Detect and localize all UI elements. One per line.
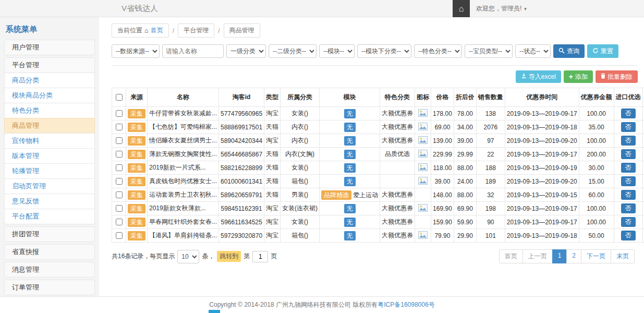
page-btn-prev[interactable]: 上一页 [523, 249, 553, 263]
filter-select-6[interactable]: --特色分类-- [414, 44, 462, 58]
source-badge: 采集 [128, 177, 145, 186]
page-btn-page-2[interactable]: 2 [566, 249, 581, 263]
imported-toggle[interactable]: 否 [621, 163, 636, 173]
reset-button[interactable]: 重置 [587, 44, 618, 58]
product-image-icon [418, 111, 428, 118]
module-cell: 无 [320, 134, 380, 148]
add-button[interactable]: + 添加 [564, 70, 593, 83]
breadcrumb-item-platform[interactable]: 平台管理 [178, 23, 214, 38]
source-cell: 采集 [126, 161, 148, 175]
batch-delete-button[interactable]: 批量删除 [596, 70, 638, 83]
coupon-time: 2019-09-13—2019-09-15 [505, 188, 579, 202]
import-excel-label: 导入excel [529, 73, 556, 81]
module-cell: 无 [320, 229, 380, 243]
imported-toggle[interactable]: 否 [621, 136, 636, 146]
icon-cell [415, 202, 431, 215]
breadcrumb-separator: / [173, 27, 174, 34]
row-select-cell [112, 121, 126, 134]
page-number-input[interactable] [252, 251, 268, 262]
row-checkbox[interactable] [116, 191, 123, 198]
sidebar-item-7[interactable]: 版本管理 [4, 148, 95, 164]
imported-toggle[interactable]: 否 [621, 109, 636, 118]
imported-toggle[interactable]: 否 [621, 231, 636, 240]
filter-select-7[interactable]: --宝贝类型-- [465, 44, 513, 58]
imported-toggle[interactable]: 否 [621, 176, 636, 186]
sidebar-item-13[interactable]: 省直快报 [4, 244, 95, 260]
home-button[interactable]: ⌂ [453, 0, 470, 17]
page-btn-next[interactable]: 下一页 [581, 249, 611, 263]
row-checkbox[interactable] [116, 137, 123, 144]
filter-select-2[interactable]: 一级分类 [226, 44, 266, 58]
row-checkbox[interactable] [116, 110, 123, 117]
module-badge: 无 [344, 163, 356, 173]
product-image-icon [418, 152, 428, 159]
category: 内衣() [281, 134, 320, 148]
row-checkbox[interactable] [116, 232, 123, 239]
app-title: V省钱达人 [121, 4, 158, 14]
filter-name-input[interactable] [162, 44, 224, 58]
sidebar-item-0[interactable]: 用户管理 [4, 40, 95, 55]
sidebar-item-12[interactable]: 拼团管理 [4, 226, 95, 242]
module-badge: 无 [344, 218, 356, 227]
filter-select-0[interactable]: --数据来源-- [112, 44, 160, 58]
row-select-cell [112, 161, 126, 175]
user-menu[interactable]: 欢迎您，管理员! ▾ [470, 4, 534, 13]
row-checkbox[interactable] [116, 178, 123, 185]
breadcrumb-home-link[interactable]: 首页 [151, 26, 163, 35]
page-btn-page-1[interactable]: 1 [552, 249, 567, 263]
imported-toggle[interactable]: 否 [621, 122, 636, 132]
select-all-checkbox[interactable] [116, 94, 123, 101]
sidebar-item-6[interactable]: 宣传物料 [4, 133, 95, 149]
search-button[interactable]: 查询 [553, 44, 585, 58]
coupon-time: 2019-09-13—2019-09-17 [505, 202, 579, 215]
icp-link[interactable]: 粤ICP备16098006号 [378, 300, 434, 309]
sidebar-item-5[interactable]: 商品管理 [4, 118, 95, 134]
refresh-icon [592, 47, 599, 55]
row-checkbox[interactable] [116, 164, 123, 171]
sidebar-item-8[interactable]: 轮播管理 [4, 163, 95, 179]
feature-category: 大额优惠券 [380, 215, 415, 229]
imported-toggle[interactable]: 否 [621, 217, 636, 227]
imported-toggle[interactable]: 否 [621, 190, 636, 200]
sidebar-item-15[interactable]: 订单管理 [4, 280, 95, 295]
sidebar-item-4[interactable]: 特色分类 [4, 103, 95, 118]
jump-button[interactable]: 跳转到 [217, 251, 241, 262]
products-table: 来源名称淘客id类型所属分类模块特色分类图标价格折后价销售数量优惠券时间优惠券金… [112, 88, 644, 243]
imported-toggle[interactable]: 否 [621, 149, 636, 159]
sales-count: 32 [476, 188, 505, 202]
row-checkbox[interactable] [116, 205, 123, 212]
discount-price: 39.00 [454, 134, 476, 148]
icon-cell [415, 175, 431, 188]
price: 178.00 [431, 107, 454, 121]
reset-label: 重置 [601, 47, 613, 56]
sidebar-item-14[interactable]: 消息管理 [4, 262, 95, 278]
filter-select-3[interactable]: --二级分类-- [269, 44, 317, 58]
imported-cell: 否 [614, 134, 642, 148]
sidebar-item-10[interactable]: 意见反馈 [4, 194, 95, 209]
row-checkbox[interactable] [116, 219, 123, 225]
sidebar-item-1[interactable]: 平台管理 [4, 57, 95, 73]
row-checkbox[interactable] [116, 151, 123, 158]
price: 139.00 [431, 134, 454, 148]
sidebar-item-9[interactable]: 启动页管理 [4, 178, 95, 194]
import-excel-button[interactable]: 导入excel [516, 70, 561, 83]
taoke-id: 596611634525 [219, 215, 264, 229]
page-size-select[interactable]: 10 [177, 250, 199, 263]
page-btn-last[interactable]: 末页 [611, 249, 635, 263]
icon-cell [415, 121, 431, 134]
row-checkbox[interactable] [116, 124, 123, 130]
breadcrumb-item-goods[interactable]: 商品管理 [224, 23, 260, 38]
filter-select-5[interactable]: --模块下分类-- [357, 44, 411, 58]
product-name: 【七色纺】可爱纯棉家... [148, 121, 219, 134]
sidebar-item-3[interactable]: 模块商品分类 [4, 88, 95, 103]
sidebar-item-11[interactable]: 平台配置 [4, 209, 95, 224]
module-cell: 无 [320, 202, 380, 215]
filter-select-4[interactable]: --模块-- [319, 44, 355, 58]
row-select-cell [112, 107, 126, 121]
filter-select-8[interactable]: --状态-- [515, 44, 551, 58]
page-btn-first[interactable]: 首页 [499, 249, 523, 263]
sidebar-item-2[interactable]: 商品分类 [4, 73, 95, 88]
source-cell: 采集 [126, 121, 148, 134]
imported-toggle[interactable]: 否 [621, 203, 636, 213]
page-suffix: 页 [271, 252, 277, 261]
